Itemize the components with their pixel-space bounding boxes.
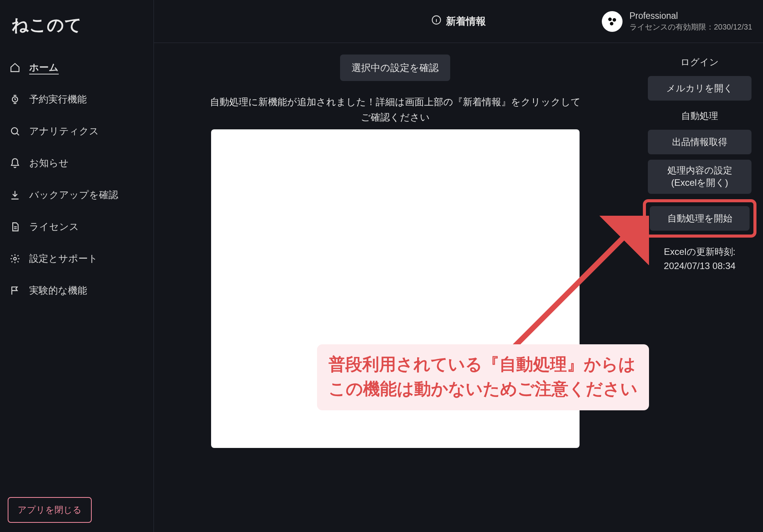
news-label: 新着情報 [446,15,486,28]
process-settings-line2: (Excelを開く) [671,177,728,188]
sidebar-item-scheduled[interactable]: 予約実行機能 [8,91,146,108]
start-auto-process-button[interactable]: 自動処理を開始 [650,206,750,231]
center-column: 選択中の設定を確認 自動処理に新機能が追加されました！詳細は画面上部の『新着情報… [154,43,636,532]
annotation-callout: 普段利用されている『自動処理』からは この機能は動かないためご注意ください [317,344,649,410]
app-logo: ねこのて [8,11,146,48]
sidebar-item-label: ライセンス [29,220,79,233]
license-tier: Professional [629,11,752,21]
sidebar-item-experimental[interactable]: 実験的な機能 [8,282,146,299]
svg-point-1 [12,127,18,134]
sidebar-item-license[interactable]: ライセンス [8,218,146,235]
svg-point-5 [613,18,616,21]
watch-icon [9,94,21,105]
flag-icon [9,285,21,296]
sidebar-item-notifications[interactable]: お知らせ [8,154,146,172]
svg-point-4 [608,17,612,21]
annotation-line2: この機能は動かないためご注意ください [329,377,637,401]
sidebar-item-settings[interactable]: 設定とサポート [8,250,146,267]
gear-icon [9,253,21,264]
open-mercari-button[interactable]: メルカリを開く [648,76,751,101]
sidebar-item-label: バックアップを確認 [29,188,118,201]
info-icon [431,15,441,28]
sidebar-nav: ホーム 予約実行機能 アナリティクス お知らせ バックアップを確認 [8,59,146,299]
sidebar-item-label: 予約実行機能 [29,93,87,106]
auto-process-label: 自動処理 [681,106,718,124]
sidebar-footer: アプリを閉じる [8,491,146,523]
sidebar-item-analytics[interactable]: アナリティクス [8,122,146,140]
annotation-line1: 普段利用されている『自動処理』からは [329,352,637,377]
login-section-label: ログイン [680,52,719,71]
topbar: 新着情報 Professional ライセンスの有効期限：2030/12/31 [154,0,763,43]
svg-point-2 [14,257,17,260]
news-link[interactable]: 新着情報 [431,15,486,28]
sidebar: ねこのて ホーム 予約実行機能 アナリティクス お知らせ [0,0,154,532]
close-app-button[interactable]: アプリを閉じる [8,497,92,523]
content-area: 新着情報 Professional ライセンスの有効期限：2030/12/31 … [154,0,763,532]
sidebar-item-home[interactable]: ホーム [8,59,146,76]
bell-icon [9,157,21,169]
process-settings-button[interactable]: 処理内容の設定 (Excelを開く) [648,160,751,194]
excel-time-label: Excelの更新時刻: [664,246,735,257]
main-area: 選択中の設定を確認 自動処理に新機能が追加されました！詳細は画面上部の『新着情報… [154,43,763,532]
avatar[interactable] [602,11,623,32]
notice-text: 自動処理に新機能が追加されました！詳細は画面上部の『新着情報』をクリックしてご確… [207,94,583,125]
sidebar-item-label: ホーム [29,61,59,74]
excel-update-time: Excelの更新時刻: 2024/07/13 08:34 [664,245,736,273]
process-settings-line1: 処理内容の設定 [667,165,732,175]
sidebar-item-label: お知らせ [29,157,69,169]
sidebar-item-label: 設定とサポート [29,252,98,265]
topbar-right: Professional ライセンスの有効期限：2030/12/31 [602,11,752,32]
confirm-settings-button[interactable]: 選択中の設定を確認 [340,55,450,81]
license-info: Professional ライセンスの有効期限：2030/12/31 [629,11,752,32]
document-icon [9,221,21,233]
fetch-listing-button[interactable]: 出品情報取得 [648,130,751,154]
search-icon [9,126,21,137]
excel-time-value: 2024/07/13 08:34 [664,261,736,271]
highlight-box: 自動処理を開始 [643,199,756,238]
right-panel: ログイン メルカリを開く 自動処理 出品情報取得 処理内容の設定 (Excelを… [636,43,763,532]
svg-point-6 [610,22,613,25]
sidebar-item-label: 実験的な機能 [29,284,87,297]
sidebar-item-backup[interactable]: バックアップを確認 [8,186,146,203]
license-expiry: ライセンスの有効期限：2030/12/31 [629,22,752,32]
sidebar-item-label: アナリティクス [29,125,99,137]
download-icon [9,189,21,201]
home-icon [9,62,21,73]
